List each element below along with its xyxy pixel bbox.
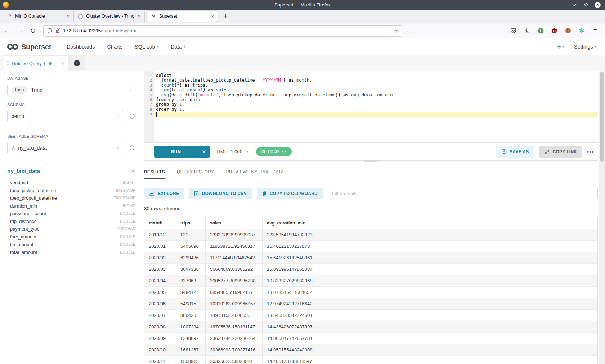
nav-item-data[interactable]: Data▾ (165, 44, 191, 50)
table-cell: 3905277.8099936238 (206, 275, 263, 287)
download-csv-button[interactable]: DOWNLOAD TO CSV (189, 188, 251, 199)
database-label: DATABASE (7, 76, 135, 81)
table-cell: 30366993.700377416 (206, 344, 263, 356)
table-cell: 1340897 (176, 333, 206, 344)
filter-results-input[interactable] (328, 188, 598, 199)
schema-select[interactable]: demo ▾ (7, 110, 123, 122)
table-row: 2020/11150891526335623.5802881114.485173… (144, 356, 597, 364)
copy-link-button[interactable]: COPY LINK (539, 146, 582, 158)
tab-close-icon[interactable]: × (210, 14, 215, 19)
chevron-down-icon: ▾ (117, 114, 119, 118)
table-cell: 15.641926182548861 (263, 252, 597, 264)
tab-close-icon[interactable]: × (136, 14, 142, 19)
add-new-button[interactable]: +▾ (557, 43, 564, 51)
column-header-month[interactable]: month (144, 217, 176, 229)
reload-button[interactable] (27, 28, 39, 33)
code-line-9[interactable] (154, 112, 598, 117)
database-select[interactable]: trino Trino ▾ (7, 84, 135, 96)
table-cell: 800430 (176, 310, 206, 321)
drag-handle-icon[interactable] (7, 61, 9, 66)
table-cell: 18705536.150131147 (206, 321, 263, 333)
collapse-table-icon[interactable] (131, 170, 135, 173)
settings-menu[interactable]: Settings▾ (574, 44, 596, 50)
superset-logo[interactable]: Superset (6, 43, 51, 51)
window-close-button[interactable]: × (595, 2, 601, 8)
editor-code[interactable]: select format_datetime(tpep_pickup_datet… (154, 71, 598, 142)
run-button[interactable]: RUN (154, 146, 210, 158)
code-line-5[interactable]: avg(date_diff('minute', tpep_pickup_date… (154, 93, 598, 97)
shield-icon[interactable] (47, 28, 53, 34)
table-cell: 348412 (176, 287, 206, 298)
code-line-3[interactable]: count(*) as trips, (154, 83, 598, 88)
more-options-icon[interactable]: ••• (587, 149, 594, 154)
window-title: Superset — Mozilla Firefox (0, 2, 605, 8)
new-browser-tab-button[interactable]: + (220, 11, 231, 22)
sql-editor[interactable]: 123456789 select format_datetime(tpep_pi… (144, 71, 598, 143)
browser-tab-superset[interactable]: ∞Superset× (147, 11, 218, 22)
add-query-tab-button[interactable]: + (69, 55, 85, 71)
window-minimize-button[interactable] (572, 2, 577, 8)
browser-tab-cluster-overview-trino[interactable]: Cluster Overview - Trino× (74, 11, 145, 22)
query-tab-close-icon[interactable]: × (61, 61, 64, 66)
tab-close-icon[interactable]: × (66, 14, 71, 19)
back-button[interactable]: ← (0, 27, 13, 35)
save-as-button[interactable]: SAVE AS (496, 146, 534, 158)
table-select[interactable]: ◎ ny_taxi_data ▾ (7, 142, 123, 154)
column-header-avg_duration_min[interactable]: avg_duration_min (263, 217, 597, 229)
code-line-8[interactable]: order by 1; (154, 107, 598, 112)
query-tab-untitled-1[interactable]: Untitled Query 1 × (4, 55, 69, 71)
cookie-icon[interactable] (565, 28, 571, 34)
page-scrollbar[interactable] (599, 71, 605, 364)
code-line-1[interactable]: select (154, 73, 598, 78)
browser-tab-minio-console[interactable]: MinIO Console× (3, 11, 74, 22)
results-tab-query-history[interactable]: QUERY HISTORY (177, 169, 214, 179)
results-tab-results[interactable]: RESULTS (144, 169, 165, 179)
nav-item-dashboards[interactable]: Dashboards (60, 44, 101, 50)
nav-item-label: SQL Lab (135, 44, 155, 50)
nav-item-label: Charts (107, 44, 122, 50)
bookmark-star-icon[interactable]: ☆ (394, 28, 398, 34)
code-line-2[interactable]: format_datetime(tpep_pickup_datetime, 'Y… (154, 78, 598, 83)
ublock-icon[interactable] (551, 28, 557, 34)
nav-item-sql-lab[interactable]: SQL Lab▾ (129, 44, 165, 50)
column-name: vendorid (10, 180, 28, 185)
refresh-schema-icon[interactable] (123, 113, 135, 119)
table-cell: 14.436426072487997 (263, 321, 597, 333)
table-column-row: tip_amountDOUBLE (7, 241, 135, 249)
window-maximize-button[interactable] (583, 2, 589, 8)
forward-button[interactable]: → (13, 27, 27, 35)
pane-resize-handle[interactable] (364, 160, 378, 162)
main-nav: DashboardsChartsSQL Lab▾Data▾ (60, 44, 191, 50)
code-line-7[interactable]: group by 1 (154, 102, 598, 107)
table-cell: 2020/01 (144, 241, 176, 252)
table-name-heading[interactable]: ny_taxi_data (7, 168, 40, 174)
line-number: 9 (144, 112, 154, 117)
code-line-6[interactable]: from ny_taxi_data (154, 97, 598, 102)
code-line-4[interactable]: sum(total_amount) as sales, (154, 88, 598, 92)
table-column-row: trip_distanceDOUBLE (7, 218, 135, 226)
caret-down-icon: ▾ (157, 45, 159, 49)
caret-down-icon: ▾ (184, 45, 185, 49)
pocket-icon[interactable] (510, 28, 516, 34)
scrollbar-thumb[interactable] (600, 72, 604, 162)
explore-button[interactable]: EXPLORE (144, 188, 184, 199)
hamburger-menu-icon[interactable]: ≡ (592, 28, 599, 34)
lock-disabled-icon[interactable] (55, 28, 60, 33)
url-field[interactable]: 172.18.0.4:32295/superset/sqllab/ ☆ (44, 26, 402, 36)
refresh-table-icon[interactable] (123, 145, 135, 151)
copy-clipboard-button[interactable]: COPY TO CLIPBOARD (257, 188, 323, 199)
table-cell: 119538721.92456317 (206, 241, 263, 252)
downloads-icon[interactable] (524, 28, 530, 34)
privacy-badger-icon[interactable] (537, 28, 544, 34)
nav-item-charts[interactable]: Charts (101, 44, 129, 50)
extension-asterisk-icon[interactable] (578, 28, 585, 34)
table-cell: 131 (176, 229, 206, 241)
browser-tab-label: MinIO Console (15, 14, 63, 19)
schema-label: SCHEMA (7, 103, 135, 107)
column-header-sales[interactable]: sales (206, 217, 263, 229)
limit-dropdown[interactable]: LIMIT: 1 000 ▾ (216, 149, 248, 154)
table-cell: 15.096995147865087 (263, 264, 597, 275)
results-tab-preview-ny-taxi-data[interactable]: PREVIEW: `NY_TAXI_DATA` (226, 169, 286, 179)
run-options-caret[interactable] (198, 146, 210, 158)
column-header-trips[interactable]: trips (176, 217, 206, 229)
